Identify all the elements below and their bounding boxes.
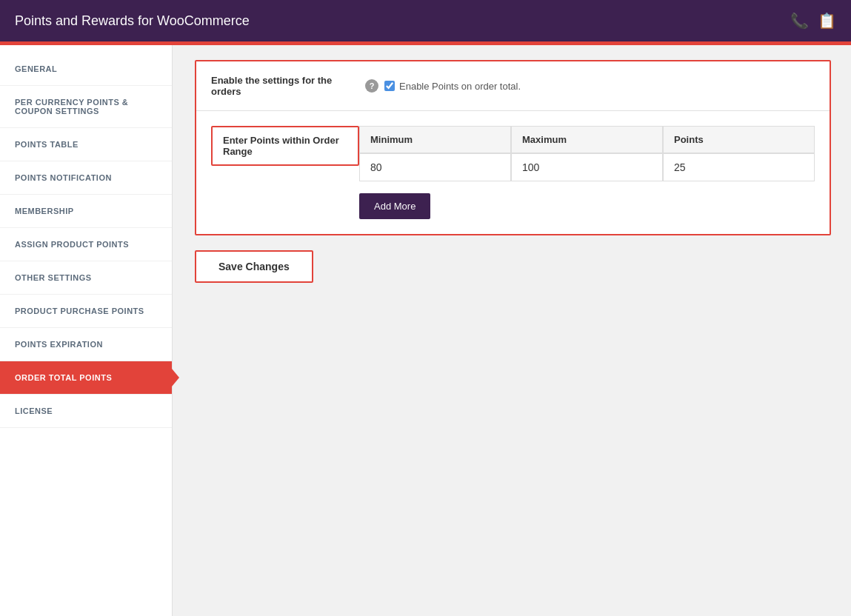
add-more-button[interactable]: Add More [359, 193, 430, 219]
range-section: Enter Points within Order Range Minimum … [196, 111, 830, 234]
minimum-input[interactable] [359, 153, 511, 181]
sidebar-item-per-currency[interactable]: PER CURRENCY POINTS & COUPON SETTINGS [0, 86, 172, 128]
sidebar-item-points-notification[interactable]: POINTS NOTIFICATION [0, 161, 172, 195]
checkbox-text: Enable Points on order total. [399, 81, 521, 92]
sidebar-item-points-expiration[interactable]: POINTS EXPIRATION [0, 328, 172, 361]
save-changes-button[interactable]: Save Changes [195, 250, 313, 283]
enable-label: Enable the settings for the orders [211, 75, 359, 97]
points-header: Points [663, 126, 815, 153]
sidebar: GENERALPER CURRENCY POINTS & COUPON SETT… [0, 45, 173, 616]
points-input[interactable] [663, 153, 815, 181]
maximum-input[interactable] [511, 153, 663, 181]
sidebar-item-assign-product-points[interactable]: ASSIGN PRODUCT POINTS [0, 228, 172, 261]
sidebar-item-general[interactable]: GENERAL [0, 53, 172, 86]
header-icons: 📞 📋 [790, 12, 836, 30]
sidebar-item-license[interactable]: LICENSE [0, 395, 172, 428]
page-layout: GENERALPER CURRENCY POINTS & COUPON SETT… [0, 45, 851, 616]
enable-checkbox[interactable] [384, 81, 395, 91]
range-headers: Minimum Maximum Points [359, 126, 815, 153]
sidebar-item-product-purchase-points[interactable]: PRODUCT PURCHASE POINTS [0, 295, 172, 328]
phone-icon[interactable]: 📞 [790, 12, 809, 30]
document-icon[interactable]: 📋 [818, 12, 836, 30]
sidebar-item-other-settings[interactable]: OTHER SETTINGS [0, 261, 172, 295]
enable-row: Enable the settings for the orders ? Ena… [196, 61, 830, 111]
app-header: Points and Rewards for WooCommerce 📞 📋 [0, 0, 851, 41]
sidebar-item-points-table[interactable]: POINTS TABLE [0, 128, 172, 161]
minimum-header: Minimum [359, 126, 511, 153]
enable-checkbox-label[interactable]: Enable Points on order total. [384, 81, 521, 92]
range-inputs-row [359, 153, 815, 181]
help-icon[interactable]: ? [365, 79, 378, 93]
app-title: Points and Rewards for WooCommerce [15, 13, 250, 29]
sidebar-item-order-total-points[interactable]: ORDER TOTAL POINTS [0, 361, 172, 395]
enable-settings-section: Enable the settings for the orders ? Ena… [195, 60, 831, 235]
range-table: Minimum Maximum Points Add More [359, 126, 815, 219]
range-label: Enter Points within Order Range [211, 126, 359, 166]
main-content: Enable the settings for the orders ? Ena… [173, 45, 851, 616]
maximum-header: Maximum [511, 126, 663, 153]
range-label-box: Enter Points within Order Range [211, 126, 359, 166]
sidebar-item-membership[interactable]: MEMBERSHIP [0, 195, 172, 228]
